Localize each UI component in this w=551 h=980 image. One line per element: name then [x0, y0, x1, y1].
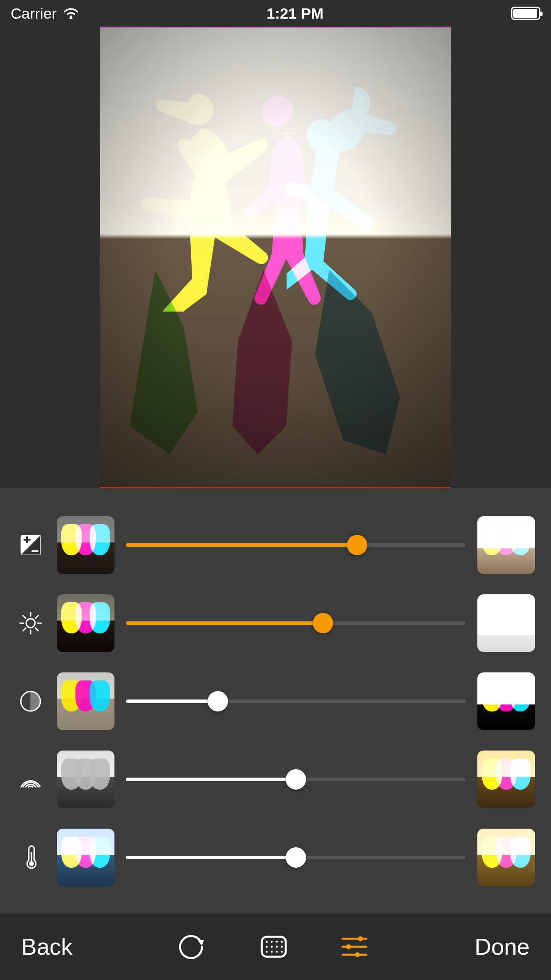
temperature-thumb-high[interactable] [477, 829, 535, 886]
bottom-toolbar: Back Done [0, 913, 551, 980]
exposure-row [0, 506, 551, 584]
texture-tool-button[interactable] [258, 931, 290, 963]
saturation-slider[interactable] [126, 766, 466, 793]
sliders-icon [338, 931, 370, 963]
contrast-icon [16, 689, 45, 714]
saturation-icon [16, 767, 45, 792]
done-button[interactable]: Done [475, 933, 530, 960]
adjustments-panel [0, 488, 551, 913]
brightness-icon [16, 611, 45, 636]
rotate-icon [177, 931, 209, 963]
brightness-thumb-low[interactable] [57, 594, 114, 652]
saturation-thumb-low[interactable] [57, 751, 114, 808]
contrast-slider[interactable] [126, 688, 466, 715]
brightness-slider[interactable] [126, 610, 466, 636]
temperature-row [0, 818, 551, 897]
saturation-thumb-high[interactable] [477, 751, 535, 808]
contrast-row [0, 662, 551, 740]
status-bar: Carrier 1:21 PM [0, 0, 551, 27]
temperature-icon [16, 845, 45, 870]
clock: 1:21 PM [267, 5, 324, 22]
back-button[interactable]: Back [21, 933, 73, 960]
battery-icon [511, 7, 540, 20]
rotate-tool-button[interactable] [177, 931, 209, 963]
image-preview-area [0, 27, 551, 488]
svg-point-0 [70, 16, 72, 18]
temperature-slider[interactable] [126, 844, 466, 871]
image-preview[interactable] [100, 27, 451, 488]
exposure-thumb-high[interactable] [477, 516, 535, 574]
temperature-thumb-low[interactable] [57, 829, 114, 886]
exposure-thumb-low[interactable] [57, 516, 114, 574]
brightness-thumb-high[interactable] [477, 594, 535, 652]
sliders-tool-button[interactable] [338, 931, 370, 963]
exposure-icon [16, 533, 45, 557]
brightness-row [0, 584, 551, 662]
exposure-slider[interactable] [126, 532, 466, 558]
contrast-thumb-low[interactable] [57, 672, 114, 730]
contrast-thumb-high[interactable] [477, 672, 535, 730]
texture-icon [258, 931, 290, 963]
saturation-row [0, 740, 551, 818]
carrier-label: Carrier [11, 5, 57, 22]
wifi-icon [63, 5, 79, 22]
